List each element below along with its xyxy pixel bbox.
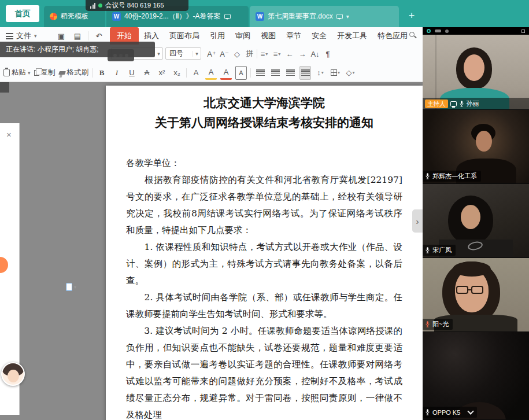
align-center-button[interactable]	[269, 66, 281, 80]
text-effects-button[interactable]: A	[190, 66, 202, 80]
meeting-number-bar[interactable]: 会议号 840 619 165	[86, 0, 188, 11]
ribbon-tab-special-apps[interactable]: 特色应用	[372, 27, 413, 45]
shrink-font-button[interactable]: A⁻	[219, 47, 230, 61]
paragraph-mark-button[interactable]: ¶	[322, 47, 334, 61]
avatar-image	[2, 363, 24, 385]
host-badge: 主持人	[425, 100, 448, 108]
comment-bubble-icon[interactable]	[336, 14, 343, 19]
comment-bubble-icon[interactable]	[224, 14, 231, 19]
grow-font-button[interactable]: A⁺	[206, 47, 217, 61]
highlight-color-button[interactable]: A	[205, 66, 217, 80]
paste-label: 粘贴	[12, 68, 26, 78]
home-tab[interactable]: 首页	[6, 5, 39, 22]
participant-label: OPPO K5	[423, 407, 477, 418]
chevron-down-icon: ▾	[193, 51, 201, 57]
titlebar: 首页 稻壳模板 W 40份-2019-2...（Ⅱ）》-A卷答案 W 第七周重要…	[0, 0, 529, 27]
ribbon-tab-page-layout[interactable]: 页面布局	[164, 27, 205, 45]
meeting-control-icon[interactable]	[435, 30, 441, 32]
mic-icon	[425, 246, 430, 254]
underline-button[interactable]: U	[126, 66, 138, 80]
video-feed-1[interactable]: 主持人 孙丽	[423, 35, 529, 110]
clear-format-button[interactable]: ◇	[231, 47, 243, 61]
meeting-panel-header	[423, 27, 529, 35]
layout-icon[interactable]	[521, 30, 525, 33]
ribbon-tab-view[interactable]: 视图	[256, 27, 281, 45]
font-tools: A⁺ A⁻ ◇ 拼 ≡▾ ≡▾ ← → A↓ ¶	[206, 46, 334, 61]
wps-doc-icon: W	[256, 12, 264, 21]
floating-doc-button[interactable]: ▾	[66, 283, 76, 291]
screen-share-icon	[450, 101, 457, 106]
ribbon-tab-section[interactable]: 章节	[281, 27, 306, 45]
bullet-list-button[interactable]: ≡▾	[258, 47, 270, 61]
bold-button[interactable]: B	[96, 66, 108, 80]
more-icon[interactable]	[445, 30, 449, 33]
doc-line: 究决定，我校前8周结课考试实行网络考试。为了保证网络考试秩序	[126, 205, 402, 222]
font-size-select[interactable]: 四号 ▾	[165, 47, 201, 60]
close-icon[interactable]: ×	[6, 130, 12, 139]
undo-icon[interactable]: ↶	[93, 29, 105, 43]
sort-button[interactable]: A↓	[309, 47, 321, 61]
decrease-indent-button[interactable]: ←	[284, 47, 295, 61]
brush-icon	[58, 71, 66, 75]
chevron-down-icon: ▾	[34, 33, 37, 39]
doc-subtitle: 关于第八周网络授课结束考核安排的通知	[126, 113, 402, 132]
doc-line: 和质量，特提出如下几点要求：	[126, 222, 402, 239]
video-feed-2[interactable]: 郑辉杰—化工系	[423, 110, 529, 184]
mic-active-icon	[425, 320, 430, 328]
video-feed-4[interactable]: 阳~光	[423, 258, 529, 332]
search-icon[interactable]	[409, 32, 415, 37]
print-icon[interactable]: ▤	[72, 29, 83, 43]
strikethrough-button[interactable]: A	[141, 66, 153, 80]
video-feed-5[interactable]: OPPO K5	[423, 332, 529, 420]
new-tab-button[interactable]: +	[404, 8, 420, 24]
document-page[interactable]: 北京交通大学海滨学院 关于第八周网络授课结束考核安排的通知 各教学单位： 根据教…	[106, 86, 423, 420]
italic-button[interactable]: I	[111, 66, 123, 80]
separator	[250, 68, 251, 78]
user-avatar[interactable]	[1, 362, 25, 386]
chevron-down-icon: ▾	[74, 285, 76, 290]
chevron-down-icon[interactable]	[468, 408, 474, 414]
align-left-button[interactable]	[254, 66, 266, 80]
borders-button[interactable]: ▾	[330, 66, 341, 80]
panel-expand-button[interactable]: ›	[412, 209, 423, 233]
subscript-button[interactable]: x₂	[171, 66, 183, 80]
ribbon-tab-security[interactable]: 安全	[306, 27, 332, 45]
superscript-button[interactable]: x²	[156, 66, 168, 80]
ribbon-tab-dev-tools[interactable]: 开发工具	[332, 27, 372, 45]
tab-document-active[interactable]: W 第七周重要事宜.docx ▾	[250, 6, 399, 27]
docer-logo-icon	[50, 13, 57, 20]
participant-name: 宋广凤	[432, 246, 452, 255]
doc-line: 2. 具体考试时间由各学院（系、部）或任课教师与学生商定。任	[126, 289, 402, 306]
doc-line: 中，要亲自试做一遍考卷以实证考题的合理性。任课教师要对网络考	[126, 356, 402, 373]
chevron-down-icon[interactable]: ▾	[346, 13, 349, 20]
character-border-button[interactable]: A	[235, 66, 247, 80]
meeting-status-icon[interactable]	[427, 29, 431, 33]
copy-button[interactable]: 复制	[34, 68, 56, 78]
font-color-button[interactable]: A	[220, 66, 232, 80]
speaking-indicator: 正在讲话: 小程序用户; 胡冉惠;	[0, 42, 155, 57]
separator	[88, 31, 88, 40]
doc-line: 及格处理	[126, 407, 402, 420]
paste-button[interactable]: 粘贴 ▾	[3, 68, 31, 78]
save-icon[interactable]: ▣	[56, 29, 67, 43]
chevron-down-icon: ▾	[154, 51, 162, 57]
ribbon-tab-references[interactable]: 引用	[205, 27, 230, 45]
video-feed-3[interactable]: 宋广凤	[423, 184, 529, 258]
doc-line: 号文的要求，在广泛征求各教学单位意见的基础上，经校有关领导研	[126, 189, 402, 205]
numbered-list-button[interactable]: ≡▾	[271, 47, 283, 61]
mic-icon	[459, 100, 464, 108]
align-justify-button[interactable]	[299, 66, 311, 80]
increase-indent-button[interactable]: →	[297, 47, 308, 61]
phonetic-guide-button[interactable]: 拼	[244, 47, 256, 61]
format-painter-button[interactable]: 格式刷	[59, 68, 89, 78]
doc-line: 3. 建议考试时间为 2 小时。任课教师命题要适当体谅网络授课的	[126, 323, 402, 340]
shading-button[interactable]: ◇▾	[345, 66, 356, 80]
participant-label: 阳~光	[423, 319, 453, 330]
doc-line: 绩尽量正态分布，规避异常。对于雷同卷，按照同责原则，一律做不	[126, 390, 402, 407]
meeting-number-label: 会议号 840 619 165	[105, 1, 164, 10]
tab-label: 40份-2019-2...（Ⅱ）》-A卷答案	[124, 12, 221, 21]
ribbon-tab-review[interactable]: 审阅	[230, 27, 256, 45]
doc-title: 北京交通大学海滨学院	[126, 94, 402, 112]
line-spacing-button[interactable]: ↕▾	[315, 66, 326, 80]
align-right-button[interactable]	[284, 66, 296, 80]
